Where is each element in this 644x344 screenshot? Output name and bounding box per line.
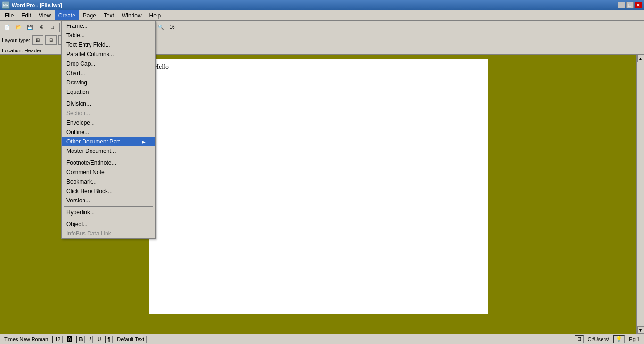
status-bold[interactable]: B: [76, 336, 85, 343]
menu-create[interactable]: Create: [55, 10, 79, 20]
menu-window[interactable]: Window: [118, 10, 146, 20]
sep-group2: [64, 157, 153, 157]
menu-item-envelope[interactable]: Envelope...: [62, 118, 155, 127]
header-content: Hello: [154, 63, 169, 70]
status-italic[interactable]: I: [87, 336, 93, 343]
menu-item-text-entry[interactable]: Text Entry Field...: [62, 40, 155, 50]
menu-item-footnote[interactable]: Footnote/Endnote...: [62, 158, 155, 168]
layout-btn-2[interactable]: ⊟: [45, 35, 57, 45]
status-lightbulb: 💡: [613, 335, 625, 343]
sep-group3: [64, 206, 153, 207]
document-body[interactable]: [149, 78, 488, 286]
document-page: Hello: [149, 59, 488, 314]
close-button[interactable]: ✕: [635, 2, 642, 8]
status-bar: Times New Roman 12 🅰 B I U ¶ Default Tex…: [0, 334, 644, 344]
status-para: ¶: [105, 336, 113, 343]
open-btn[interactable]: 📂: [13, 22, 24, 33]
menu-item-frame[interactable]: Frame...: [62, 21, 155, 31]
menu-item-chart[interactable]: Chart...: [62, 68, 155, 78]
menu-file[interactable]: File: [1, 10, 17, 20]
menu-item-infobus: InfoBus Data Link...: [62, 229, 155, 238]
location-text: Location: Header: [2, 48, 41, 53]
btn5[interactable]: □: [47, 22, 58, 33]
status-text-style: Default Text: [115, 336, 147, 343]
menu-item-other-doc[interactable]: Other Document Part ▶: [62, 137, 155, 146]
document-header[interactable]: Hello: [149, 59, 488, 78]
menu-item-master-doc[interactable]: Master Document...: [62, 146, 155, 156]
menu-item-equation[interactable]: Equation: [62, 87, 155, 97]
menu-item-bookmark[interactable]: Bookmark...: [62, 177, 155, 186]
btn14[interactable]: 🔍: [156, 22, 166, 33]
sep1: [59, 23, 60, 32]
title-bar: 🔤 Word Pro - [File.lwp] _ □ ✕: [0, 0, 644, 10]
sep-group1: [64, 98, 153, 98]
status-size: 12: [52, 336, 63, 343]
status-font: Times New Roman: [2, 336, 50, 343]
status-underline[interactable]: U: [95, 336, 103, 343]
print-btn[interactable]: 🖨: [36, 22, 46, 33]
create-dropdown-menu: Frame... Table... Text Entry Field... Pa…: [61, 21, 156, 239]
menu-item-object[interactable]: Object...: [62, 219, 155, 229]
menu-item-drawing[interactable]: Drawing: [62, 78, 155, 87]
app-icon: 🔤: [2, 1, 10, 9]
layout-btn-1[interactable]: ⊞: [32, 35, 43, 45]
status-path: C:\Users\: [586, 336, 612, 343]
title-text: Word Pro - [File.lwp]: [12, 2, 62, 8]
status-page: Pg 1: [627, 336, 642, 343]
menu-item-version[interactable]: Version...: [62, 196, 155, 205]
menu-item-parallel-cols[interactable]: Parallel Columns...: [62, 50, 155, 59]
menu-view[interactable]: View: [35, 10, 55, 20]
status-style-indicator: 🅰: [65, 336, 74, 343]
layout-type-label: Layout type:: [2, 37, 30, 43]
menu-edit[interactable]: Edit: [17, 10, 35, 20]
submenu-arrow: ▶: [142, 139, 146, 144]
menu-help[interactable]: Help: [146, 10, 165, 20]
scrollbar-right[interactable]: ▲ ▼: [636, 55, 644, 334]
menu-bar: File Edit View Create Page Text Window H…: [0, 10, 644, 21]
scroll-up-btn[interactable]: ▲: [637, 55, 644, 62]
menu-text[interactable]: Text: [100, 10, 118, 20]
new-btn[interactable]: 📄: [2, 22, 12, 33]
minimize-button[interactable]: _: [618, 2, 625, 8]
menu-item-division[interactable]: Division...: [62, 99, 155, 109]
status-layout: ⊞: [575, 335, 584, 343]
menu-item-outline[interactable]: Outline...: [62, 127, 155, 137]
scroll-down-btn[interactable]: ▼: [637, 326, 644, 334]
save-btn[interactable]: 💾: [25, 22, 35, 33]
btn15[interactable]: 16: [167, 22, 177, 33]
menu-item-table[interactable]: Table...: [62, 31, 155, 40]
sep-group4: [64, 218, 153, 218]
maximize-button[interactable]: □: [626, 2, 634, 8]
menu-item-section: Section...: [62, 109, 155, 118]
menu-item-hyperlink[interactable]: Hyperlink...: [62, 208, 155, 217]
menu-page[interactable]: Page: [79, 10, 100, 20]
menu-item-comment[interactable]: Comment Note: [62, 168, 155, 177]
menu-item-drop-cap[interactable]: Drop Cap...: [62, 59, 155, 68]
menu-item-click-here[interactable]: Click Here Block...: [62, 186, 155, 196]
